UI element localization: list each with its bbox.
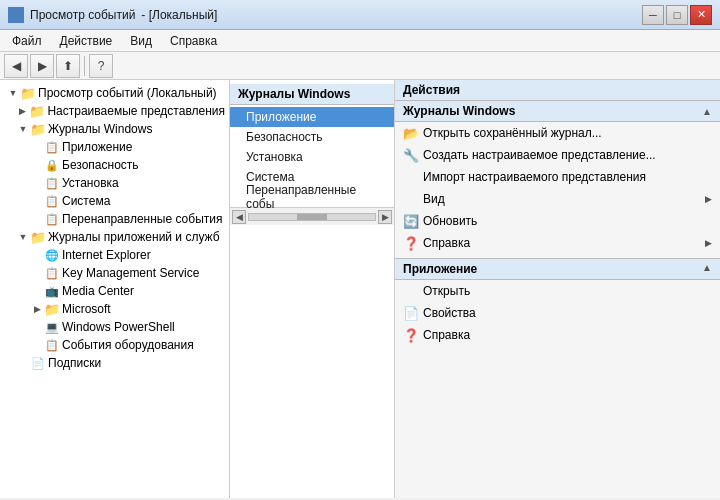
folder-open-icon: 📁 <box>20 85 36 101</box>
folder-icon-ms: 📁 <box>44 301 60 317</box>
expander-root: ▼ <box>8 88 18 98</box>
tree-item-application[interactable]: 📋 Приложение <box>0 138 229 156</box>
tree-item-hardware[interactable]: 📋 События оборудования <box>0 336 229 354</box>
scroll-right-btn[interactable]: ▶ <box>378 210 392 224</box>
minimize-button[interactable]: ─ <box>642 5 664 25</box>
tree-item-setup[interactable]: 📋 Установка <box>0 174 229 192</box>
back-button[interactable]: ◀ <box>4 54 28 78</box>
menu-view[interactable]: Вид <box>122 31 160 51</box>
forward-button[interactable]: ▶ <box>30 54 54 78</box>
action-refresh[interactable]: 🔄 Обновить <box>395 210 720 232</box>
action-properties[interactable]: 📄 Свойства <box>395 302 720 324</box>
menu-action[interactable]: Действие <box>52 31 121 51</box>
scroll-track[interactable] <box>248 213 376 221</box>
tree-label-app-logs: Журналы приложений и служб <box>48 230 220 244</box>
arrow-view: ▶ <box>705 194 712 204</box>
log-icon-ie: 🌐 <box>44 247 60 263</box>
mid-panel: Журналы Windows Приложение Безопасность … <box>230 80 395 498</box>
tree-label-system: Система <box>62 194 110 208</box>
mid-item-security[interactable]: Безопасность <box>230 127 394 147</box>
properties-icon: 📄 <box>403 305 419 321</box>
doc-icon-subs: 📄 <box>30 355 46 371</box>
log-icon-4: 📋 <box>44 193 60 209</box>
menu-file[interactable]: Файл <box>4 31 50 51</box>
expander-winlogs: ▼ <box>18 124 28 134</box>
log-icon-kms: 📋 <box>44 265 60 281</box>
expander-applogs: ▼ <box>18 232 28 242</box>
action-create-custom-view[interactable]: 🔧 Создать настраиваемое представление... <box>395 144 720 166</box>
tree-label-microsoft: Microsoft <box>62 302 111 316</box>
action-help-winlogs[interactable]: ❓ Справка ▶ <box>395 232 720 254</box>
folder-icon-1: 📁 <box>29 103 45 119</box>
open-app-icon <box>403 283 419 299</box>
tree-item-subscriptions[interactable]: 📄 Подписки <box>0 354 229 372</box>
folder-open-icon-3: 📁 <box>30 229 46 245</box>
log-icon-mc: 📺 <box>44 283 60 299</box>
actions-main-header: Действия <box>395 80 720 101</box>
window-subtitle: - [Локальный] <box>141 8 217 22</box>
folder-open-icon-2: 📁 <box>30 121 46 137</box>
tree-item-kms[interactable]: 📋 Key Management Service <box>0 264 229 282</box>
tree-label-ie: Internet Explorer <box>62 248 151 262</box>
actions-section-header-app[interactable]: Приложение ▲ <box>395 258 720 280</box>
action-open-app[interactable]: Открыть <box>395 280 720 302</box>
tree-item-system[interactable]: 📋 Система <box>0 192 229 210</box>
right-panel: Действия Журналы Windows ▲ 📂 Открыть сох… <box>395 80 720 498</box>
main-area: ▼ 📁 Просмотр событий (Локальный) ▶ 📁 Нас… <box>0 80 720 498</box>
log-icon-hw: 📋 <box>44 337 60 353</box>
mid-panel-header: Журналы Windows <box>230 84 394 105</box>
tree-item-ie[interactable]: 🌐 Internet Explorer <box>0 246 229 264</box>
help-button[interactable]: ? <box>89 54 113 78</box>
tree-item-app-logs[interactable]: ▼ 📁 Журналы приложений и служб <box>0 228 229 246</box>
menu-bar: Файл Действие Вид Справка <box>0 30 720 52</box>
tree-item-forwarded[interactable]: 📋 Перенаправленные события <box>0 210 229 228</box>
tree-label-mediacenter: Media Center <box>62 284 134 298</box>
action-view[interactable]: Вид ▶ <box>395 188 720 210</box>
log-icon-2: 🔒 <box>44 157 60 173</box>
log-icon-3: 📋 <box>44 175 60 191</box>
log-icon-1: 📋 <box>44 139 60 155</box>
title-bar: Просмотр событий - [Локальный] ─ □ ✕ <box>0 0 720 30</box>
tree-label-security: Безопасность <box>62 158 139 172</box>
action-open-saved-log[interactable]: 📂 Открыть сохранённый журнал... <box>395 122 720 144</box>
toolbar-separator <box>84 56 85 76</box>
tree-root[interactable]: ▼ 📁 Просмотр событий (Локальный) <box>0 84 229 102</box>
actions-section-winlogs: Журналы Windows ▲ 📂 Открыть сохранённый … <box>395 101 720 254</box>
tree-label-application: Приложение <box>62 140 132 154</box>
tree-item-microsoft[interactable]: ▶ 📁 Microsoft <box>0 300 229 318</box>
scroll-thumb <box>297 214 327 220</box>
tree-item-custom-views[interactable]: ▶ 📁 Настраиваемые представления <box>0 102 229 120</box>
action-help-app[interactable]: ❓ Справка <box>395 324 720 346</box>
tree-item-security[interactable]: 🔒 Безопасность <box>0 156 229 174</box>
expander-app <box>32 142 42 152</box>
tree-label-subscriptions: Подписки <box>48 356 101 370</box>
scroll-left-btn[interactable]: ◀ <box>232 210 246 224</box>
menu-help[interactable]: Справка <box>162 31 225 51</box>
tree-item-windows-logs[interactable]: ▼ 📁 Журналы Windows <box>0 120 229 138</box>
window-title: Просмотр событий <box>30 8 135 22</box>
tree-item-powershell[interactable]: 💻 Windows PowerShell <box>0 318 229 336</box>
help-icon-2: ❓ <box>403 327 419 343</box>
section-chevron-2: ▲ <box>702 262 712 276</box>
tree-panel: ▼ 📁 Просмотр событий (Локальный) ▶ 📁 Нас… <box>0 80 230 498</box>
action-import-view[interactable]: Импорт настраиваемого представления <box>395 166 720 188</box>
maximize-button[interactable]: □ <box>666 5 688 25</box>
app-icon <box>8 7 24 23</box>
expander-custom: ▶ <box>17 106 27 116</box>
mid-item-setup[interactable]: Установка <box>230 147 394 167</box>
tree-label-setup: Установка <box>62 176 119 190</box>
mid-item-forwarded[interactable]: Перенаправленные собы <box>230 187 394 207</box>
tree-root-label: Просмотр событий (Локальный) <box>38 86 217 100</box>
tree-label-custom-views: Настраиваемые представления <box>47 104 225 118</box>
expander-ms: ▶ <box>32 304 42 314</box>
create-view-icon: 🔧 <box>403 147 419 163</box>
mid-item-application[interactable]: Приложение <box>230 107 394 127</box>
tree-item-mediacenter[interactable]: 📺 Media Center <box>0 282 229 300</box>
help-icon-1: ❓ <box>403 235 419 251</box>
import-icon <box>403 169 419 185</box>
up-button[interactable]: ⬆ <box>56 54 80 78</box>
close-button[interactable]: ✕ <box>690 5 712 25</box>
actions-section-header-winlogs[interactable]: Журналы Windows ▲ <box>395 101 720 122</box>
arrow-help: ▶ <box>705 238 712 248</box>
log-icon-5: 📋 <box>44 211 60 227</box>
